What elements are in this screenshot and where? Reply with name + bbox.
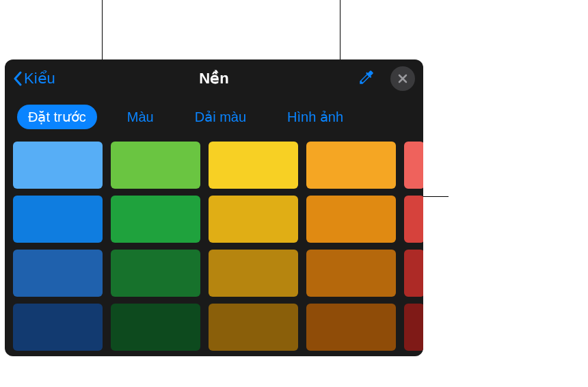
swatch-col-red — [404, 142, 423, 351]
tab-image[interactable]: Hình ảnh — [276, 105, 354, 129]
swatch[interactable] — [306, 250, 396, 297]
swatch[interactable] — [404, 250, 423, 297]
tab-color[interactable]: Màu — [116, 105, 165, 129]
swatch[interactable] — [111, 304, 200, 351]
panel-header: Kiểu Nền — [5, 59, 423, 98]
close-button[interactable] — [390, 66, 415, 91]
close-icon — [397, 73, 408, 84]
swatch-grid — [13, 142, 415, 351]
swatch[interactable] — [209, 196, 298, 243]
back-label: Kiểu — [24, 70, 55, 88]
chevron-left-icon — [13, 71, 23, 86]
swatch[interactable] — [306, 304, 396, 351]
swatch-col-orange — [306, 142, 396, 351]
swatch[interactable] — [209, 142, 298, 189]
swatch-scroll[interactable] — [5, 142, 423, 356]
swatch[interactable] — [111, 142, 200, 189]
page-title: Nền — [199, 70, 228, 88]
swatch[interactable] — [111, 196, 200, 243]
swatch-col-yellow — [209, 142, 298, 351]
swatch[interactable] — [404, 304, 423, 351]
tab-bar: Đặt trước Màu Dải màu Hình ảnh — [5, 98, 423, 142]
swatch[interactable] — [209, 304, 298, 351]
swatch[interactable] — [306, 196, 396, 243]
swatch[interactable] — [13, 304, 103, 351]
color-panel: Kiểu Nền Đặt trước Màu Dải màu Hình ảnh — [5, 59, 423, 356]
swatch-col-green — [111, 142, 200, 351]
swatch[interactable] — [404, 196, 423, 243]
swatch-col-blue — [13, 142, 103, 351]
header-actions — [355, 66, 415, 92]
swatch[interactable] — [13, 250, 103, 297]
swatch[interactable] — [13, 142, 103, 189]
swatch[interactable] — [111, 250, 200, 297]
eyedropper-icon — [358, 68, 375, 86]
back-button[interactable]: Kiểu — [13, 70, 55, 88]
tab-preset[interactable]: Đặt trước — [17, 105, 97, 129]
eyedropper-button[interactable] — [355, 66, 378, 92]
tab-gradient[interactable]: Dải màu — [184, 105, 257, 129]
swatch[interactable] — [404, 142, 423, 189]
swatch[interactable] — [306, 142, 396, 189]
swatch[interactable] — [209, 250, 298, 297]
swatch[interactable] — [13, 196, 103, 243]
